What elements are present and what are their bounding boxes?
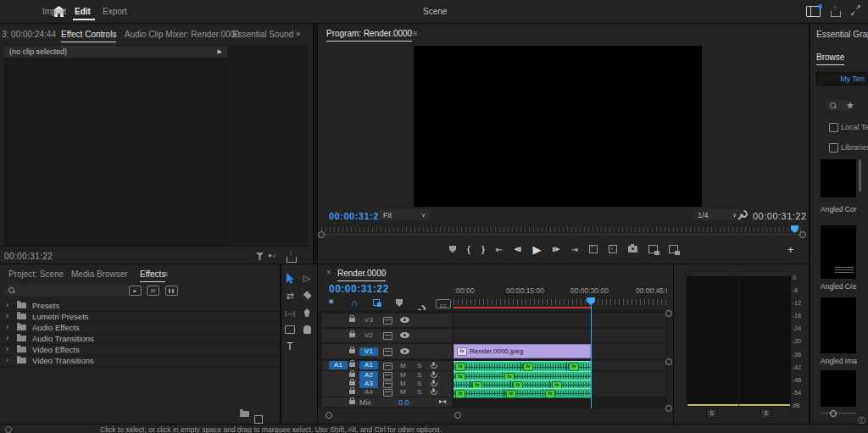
favorites-star-icon[interactable]: ★ [846, 100, 854, 111]
program-scrubber-track[interactable] [321, 234, 804, 235]
step-forward-icon[interactable]: ▮▶ [552, 246, 559, 253]
thumbnail-size-slider[interactable] [821, 413, 856, 414]
pen-tool[interactable] [300, 307, 314, 319]
ripple-edit-tool[interactable]: ⇄ [283, 290, 297, 302]
vertical-scroll-handle[interactable] [665, 405, 672, 412]
tab-effect-controls[interactable]: Effect Controls [61, 30, 116, 42]
mute-toggle[interactable]: M [400, 388, 406, 396]
effects-search-input[interactable] [19, 286, 127, 295]
settings-wrench-icon[interactable] [738, 210, 748, 219]
mark-in-icon[interactable]: { [467, 245, 470, 254]
effects-search[interactable] [4, 285, 131, 296]
multi-camera-icon[interactable] [669, 245, 678, 253]
lock-toggle[interactable] [349, 397, 355, 404]
sync-lock-toggle[interactable] [383, 348, 392, 356]
filter-properties-icon[interactable] [256, 253, 264, 260]
tab-project[interactable]: Project: Scene [8, 269, 64, 279]
horizontal-scroll-handle[interactable] [454, 412, 461, 419]
lift-icon[interactable]: ↑ [589, 245, 598, 253]
type-tool[interactable]: T [283, 341, 297, 353]
solo-right-button[interactable]: S [760, 408, 771, 419]
new-bin-icon[interactable] [254, 415, 263, 424]
scrubber-right-handle[interactable] [799, 231, 806, 238]
rectangle-tool[interactable] [283, 324, 297, 336]
effect-controls-timecode[interactable]: 00:00:31:22 [4, 252, 53, 261]
slip-tool[interactable]: |↔| [283, 307, 297, 319]
razor-tool[interactable] [300, 290, 314, 302]
chevron-right-icon[interactable]: › [6, 322, 8, 331]
mix-volume-value[interactable]: 0.0 [398, 398, 409, 407]
accelerated-effects-badge[interactable]: ▶ [129, 286, 142, 296]
horizontal-scroll-handle[interactable] [326, 412, 332, 419]
voiceover-record-toggle[interactable] [431, 362, 437, 369]
snap-magnet-icon[interactable]: ∩ [351, 297, 358, 308]
program-scrubber-ticks[interactable] [321, 227, 804, 232]
vertical-scroll-handle[interactable] [665, 358, 672, 365]
extract-icon[interactable]: ↓ [609, 245, 617, 253]
yuv-effects-badge[interactable] [165, 286, 178, 296]
zoom-level-dropdown[interactable]: Fit ∨ [379, 209, 430, 220]
menu-export[interactable]: Export [103, 7, 127, 16]
linked-selection-icon[interactable] [373, 299, 381, 307]
keyframe-navigator-icon[interactable]: ▸◂ [439, 397, 446, 405]
chevron-right-icon[interactable]: › [6, 300, 8, 309]
tree-row-audio-transitions[interactable]: › Audio Transitions [0, 333, 280, 345]
expand-arrow-icon[interactable]: ▶ [218, 48, 222, 55]
tab-browse[interactable]: Browse [816, 53, 844, 65]
play-audio-icon[interactable]: ▸♪ [269, 251, 276, 259]
voiceover-record-toggle[interactable] [431, 388, 437, 396]
template-label[interactable]: Angled Ima [821, 357, 866, 365]
vertical-scroll-handle[interactable] [665, 310, 672, 317]
captions-icon[interactable]: CC [436, 299, 451, 308]
export-icon[interactable]: ↑ [287, 257, 297, 263]
track-output-toggle[interactable] [400, 332, 409, 338]
sync-lock-toggle[interactable] [383, 389, 392, 397]
chevron-right-icon[interactable]: › [6, 333, 8, 342]
tree-row-video-effects[interactable]: › Video Effects [0, 344, 280, 356]
templates-scrollbar[interactable] [859, 159, 861, 192]
video-clip-render0000[interactable]: fx Render.0000.jpeg [453, 344, 591, 358]
new-folder-icon[interactable] [240, 411, 249, 417]
track-content-v3[interactable] [453, 314, 666, 327]
audio-clip-a4[interactable]: fx fx fx [453, 388, 591, 398]
info-icon[interactable]: ⓘ [858, 415, 865, 424]
template-thumbnail[interactable] [821, 225, 856, 279]
32bit-color-badge[interactable]: 32 [147, 286, 159, 296]
close-tab-icon[interactable]: × [326, 268, 331, 277]
chevron-right-icon[interactable]: › [6, 344, 8, 353]
solo-toggle[interactable]: S [417, 380, 421, 387]
track-label-a4[interactable]: A4 [359, 388, 378, 397]
tab-overflow-icon[interactable]: » [296, 29, 301, 38]
workspace-button[interactable] [806, 6, 821, 17]
export-frame-icon[interactable] [628, 246, 637, 253]
play-button-icon[interactable]: ▶ [532, 243, 541, 256]
sync-lock-toggle[interactable] [383, 317, 392, 325]
timeline-timecode[interactable]: 00:00:31:22 [329, 283, 389, 295]
track-label-v1[interactable]: V1 [359, 347, 378, 356]
my-templates-dropdown[interactable]: My Ten [816, 72, 868, 86]
track-label-a2[interactable]: A2 [359, 371, 378, 380]
chevron-right-icon[interactable]: › [6, 311, 8, 320]
nest-toggle-icon[interactable]: * [329, 297, 333, 310]
panel-menu-icon[interactable]: ≡ [380, 269, 385, 278]
tree-row-lumetri-presets[interactable]: › Lumetri Presets [0, 311, 280, 323]
sync-lock-toggle[interactable] [383, 332, 392, 340]
tree-row-video-transitions[interactable]: › Video Transitions [0, 355, 280, 367]
go-to-in-icon[interactable]: ⇤ [496, 245, 503, 254]
template-label[interactable]: Angled Cor [821, 205, 866, 214]
playback-resolution-dropdown[interactable]: 1/4 ∨ [693, 209, 741, 220]
mute-toggle[interactable]: M [400, 380, 406, 387]
slider-knob[interactable] [830, 410, 837, 417]
chevron-right-icon[interactable]: › [6, 355, 8, 364]
add-marker-icon[interactable] [396, 299, 403, 307]
tab-media-browser[interactable]: Media Browser [71, 269, 128, 279]
solo-toggle[interactable]: S [417, 362, 421, 369]
tab-effects[interactable]: Effects [140, 269, 165, 282]
solo-toggle[interactable]: S [417, 388, 421, 396]
timeline-playhead-line[interactable] [591, 298, 592, 408]
template-thumbnail[interactable] [821, 297, 856, 353]
sync-lock-toggle[interactable] [383, 380, 392, 388]
scrubber-left-handle[interactable] [318, 231, 325, 238]
tab-essential-sound[interactable]: Essential Sound [232, 30, 293, 39]
sync-lock-toggle[interactable] [383, 363, 392, 370]
